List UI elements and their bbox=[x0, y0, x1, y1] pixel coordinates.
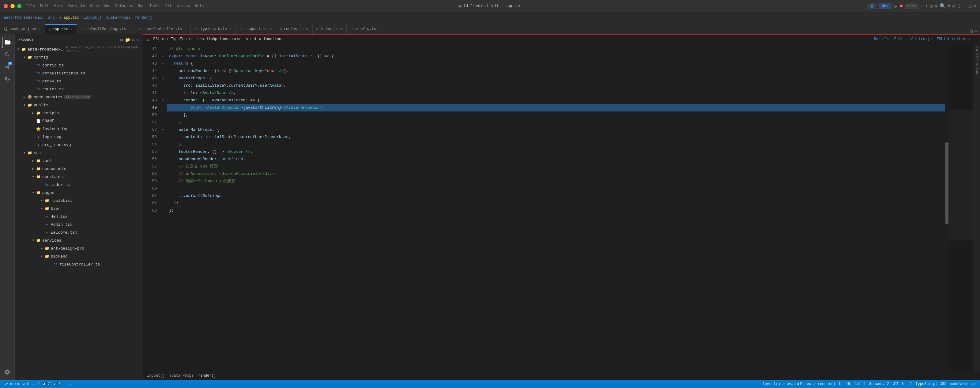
tab-close-user-controller[interactable]: ✕ bbox=[184, 27, 187, 31]
window-minimize-button[interactable]: — bbox=[964, 3, 967, 9]
tree-item-user[interactable]: ▶ 📁 User bbox=[15, 205, 143, 213]
tab-close-default-settings[interactable]: ✕ bbox=[128, 27, 131, 31]
status-position[interactable]: layout() > avatarProps > render() bbox=[762, 382, 835, 386]
tree-item-pages[interactable]: ▼ 📁 pages bbox=[15, 189, 143, 197]
toolbar-icon-pull[interactable]: ↑ bbox=[925, 3, 928, 9]
toolbar-icon-more[interactable]: ⋮ bbox=[957, 3, 962, 9]
tab-index[interactable]: ≡ index.ts ✕ bbox=[313, 24, 347, 34]
window-close-button[interactable]: ✕ bbox=[973, 3, 976, 9]
tree-item-services[interactable]: ▼ 📁 services bbox=[15, 236, 143, 244]
tree-item-root[interactable]: ▼ 📁 antd-frontend-init D:\webstrom_works… bbox=[15, 45, 143, 53]
toolbar-icon-search[interactable]: 🔍 bbox=[940, 3, 946, 9]
gutter-45[interactable]: ▼ bbox=[159, 75, 167, 82]
tab-close-routes[interactable]: ✕ bbox=[305, 27, 309, 31]
breadcrumb-render[interactable]: render() bbox=[135, 16, 153, 20]
status-notifications-error[interactable]: ✕ 2 bbox=[54, 382, 60, 386]
scrollbar-thumb[interactable] bbox=[945, 142, 948, 224]
menu-view[interactable]: View bbox=[54, 4, 63, 8]
tree-item-logo-svg[interactable]: ★ logo.svg bbox=[15, 133, 143, 141]
tree-item-ant-design-pro[interactable]: ▶ 📁 ant-design-pro bbox=[15, 244, 143, 252]
tree-item-config-ts[interactable]: ts config.ts bbox=[15, 61, 143, 69]
tab-close-config[interactable]: ✕ bbox=[378, 27, 381, 31]
activity-git[interactable]: 3 bbox=[2, 61, 13, 72]
tab-app-tsx[interactable]: ⚛ app.tsx ✕ bbox=[45, 24, 77, 34]
status-arrow-down[interactable]: ↓ bbox=[70, 382, 72, 386]
menu-tools[interactable]: Tools bbox=[150, 4, 161, 8]
tab-user-controller[interactable]: ts userController.ts ✕ bbox=[135, 24, 191, 34]
tree-item-node-modules[interactable]: ▶ 📦 node_modules library root bbox=[15, 93, 143, 101]
toolbar-icon-translate[interactable]: A bbox=[948, 3, 951, 9]
tab-close-request[interactable]: ✕ bbox=[269, 27, 272, 31]
split-editor-button[interactable]: ⧉ bbox=[970, 29, 973, 34]
breadcrumb-project[interactable]: antd-frontend-init bbox=[4, 16, 43, 20]
menu-refactor[interactable]: Refactor bbox=[115, 4, 133, 8]
error-action-eslint-settings[interactable]: ESLint settings... bbox=[937, 37, 976, 41]
maximize-button[interactable] bbox=[17, 4, 21, 8]
menu-vue[interactable]: Vue bbox=[104, 4, 111, 8]
bc-layout[interactable]: layout() bbox=[147, 374, 165, 378]
git-branch-button[interactable]: 👤 bbox=[867, 3, 877, 9]
activity-commit[interactable] bbox=[2, 73, 13, 84]
gutter-52[interactable]: ▼ bbox=[159, 126, 167, 134]
tree-item-cname[interactable]: 📄 CNAME bbox=[15, 117, 143, 125]
status-spaces[interactable]: Spaces: 2 bbox=[869, 382, 889, 386]
tree-item-constants[interactable]: ▼ 📁 constants bbox=[15, 173, 143, 181]
status-eol[interactable]: LF bbox=[907, 382, 912, 386]
tree-item-config[interactable]: ▼ 📁 config bbox=[15, 53, 143, 61]
toolbar-icon-push[interactable]: ↓ bbox=[920, 3, 923, 9]
menu-git[interactable]: Git bbox=[165, 4, 172, 8]
tree-item-admin[interactable]: ⚛ Admin.tsx bbox=[15, 221, 143, 229]
status-ln-col[interactable]: Ln 49, Col 9 bbox=[839, 382, 865, 386]
toolbar-icon-annotate[interactable]: ≡ bbox=[935, 3, 938, 9]
tab-close-app[interactable]: ✕ bbox=[70, 27, 73, 32]
status-encoding[interactable]: UTF-8 bbox=[893, 382, 904, 386]
gutter-48[interactable]: ▼ bbox=[159, 97, 167, 104]
tab-close-index[interactable]: ✕ bbox=[340, 27, 343, 31]
sidebar-refresh-icon[interactable]: ↻ bbox=[132, 37, 135, 43]
tree-item-404[interactable]: ⚛ 404.tsx bbox=[15, 213, 143, 221]
tree-item-file-controller[interactable]: ts fileController.ts bbox=[15, 260, 143, 268]
tab-config[interactable]: ts config.ts ✕ bbox=[347, 24, 385, 34]
breadcrumb-src[interactable]: src bbox=[48, 16, 55, 20]
status-codefather[interactable]: codefather.cn bbox=[950, 382, 976, 386]
tree-item-components[interactable]: ▶ 📁 components bbox=[15, 165, 143, 173]
breadcrumb-avatarprops[interactable]: avatarProps bbox=[106, 16, 130, 20]
sidebar-new-folder-icon[interactable]: 📁 bbox=[125, 37, 130, 43]
menu-file[interactable]: File bbox=[26, 4, 35, 8]
menu-window[interactable]: Window bbox=[177, 4, 190, 8]
error-action-edit-eslintrc[interactable]: Edit .eslintrc.js bbox=[894, 37, 932, 41]
activity-explorer[interactable] bbox=[2, 37, 13, 48]
menu-help[interactable]: Help bbox=[195, 4, 204, 8]
editor-scrollbar[interactable] bbox=[945, 44, 949, 372]
git-label[interactable]: Git: bbox=[905, 3, 918, 9]
close-button[interactable] bbox=[4, 4, 8, 8]
tab-request[interactable]: ts request.ts ✕ bbox=[236, 24, 276, 34]
minimap[interactable] bbox=[949, 44, 974, 372]
menu-run[interactable]: Run bbox=[138, 4, 145, 8]
tree-item-umi[interactable]: ▶ 📁 .umi bbox=[15, 157, 143, 165]
activity-search[interactable] bbox=[2, 49, 13, 60]
status-warnings[interactable]: ⚠ 0 bbox=[33, 382, 40, 386]
tab-package-json[interactable]: {} package.json ✕ bbox=[0, 24, 45, 34]
git-dev-button[interactable]: dev bbox=[879, 3, 891, 9]
tree-item-scripts[interactable]: ▶ 📁 scripts bbox=[15, 109, 143, 117]
menu-edit[interactable]: Edit bbox=[40, 4, 49, 8]
tree-item-public[interactable]: ▼ 📁 public bbox=[15, 101, 143, 109]
tree-item-pro-icon-svg[interactable]: ★ pro_icon.svg bbox=[15, 141, 143, 149]
sidebar-new-file-icon[interactable]: ⊕ bbox=[120, 37, 123, 43]
minimize-button[interactable] bbox=[10, 4, 15, 8]
tree-item-backend[interactable]: ▼ 📁 backend bbox=[15, 252, 143, 260]
tree-item-index-ts[interactable]: ts index.ts bbox=[15, 181, 143, 189]
toolbar-icon-history[interactable]: ◷ bbox=[930, 3, 933, 9]
breadcrumb-apptsx[interactable]: ⚛ app.tsx bbox=[59, 15, 79, 20]
toolbar-icon-refresh[interactable]: ↻ bbox=[894, 3, 897, 9]
activity-settings[interactable] bbox=[2, 367, 13, 378]
status-errors[interactable]: ✕ 0 bbox=[23, 382, 29, 386]
menu-navigate[interactable]: Navigate bbox=[67, 4, 85, 8]
tab-routes[interactable]: ≡ routes.ts ✕ bbox=[276, 24, 312, 34]
tree-item-tablelist[interactable]: ▶ 📁 TableList bbox=[15, 197, 143, 205]
tree-item-default-settings-ts[interactable]: ts defaultSettings.ts bbox=[15, 69, 143, 77]
tree-item-favicon[interactable]: ⭐ favicon.ico bbox=[15, 125, 143, 133]
tree-item-proxy-ts[interactable]: ts proxy.ts bbox=[15, 77, 143, 85]
tree-item-routes-ts[interactable]: ts routes.ts bbox=[15, 85, 143, 93]
